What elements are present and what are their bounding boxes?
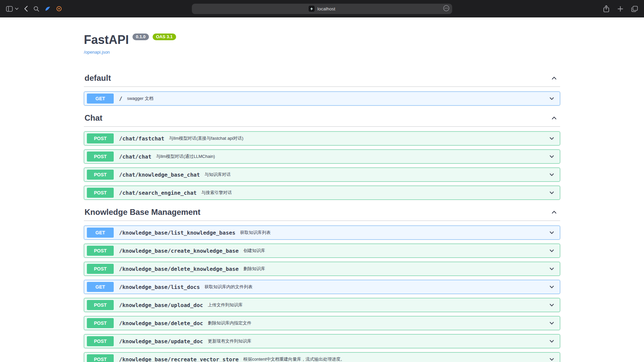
section-header[interactable]: default [84, 70, 560, 87]
endpoint-summary: swagger 文档 [127, 96, 154, 102]
method-badge: POST [87, 300, 114, 310]
expand-chevron-icon[interactable] [548, 356, 555, 362]
method-badge: POST [87, 336, 114, 346]
site-favicon-icon [309, 6, 315, 12]
endpoint-path: /chat/search_engine_chat [119, 190, 197, 196]
expand-chevron-icon[interactable] [548, 153, 555, 160]
browser-toolbar: localhost [0, 0, 644, 17]
url-text: localhost [317, 6, 335, 11]
endpoint-path: /knowledge_base/list_docs [119, 284, 200, 290]
openapi-link[interactable]: /openapi.json [84, 50, 110, 55]
endpoint-summary: 根据content中文档重建向量库，流式输出处理进度。 [243, 356, 345, 362]
method-badge: GET [87, 228, 114, 238]
endpoint-path: /knowledge_base/delete_knowledge_base [119, 266, 238, 272]
extension-icon-orange[interactable] [56, 6, 62, 11]
endpoint-row[interactable]: POST /chat/knowledge_base_chat 与知识库对话 [84, 168, 560, 182]
collapse-chevron-icon[interactable] [551, 75, 557, 81]
expand-chevron-icon[interactable] [548, 302, 555, 308]
method-badge: GET [87, 282, 114, 292]
method-badge: POST [87, 170, 114, 180]
api-section: default GET / swagger 文档 [84, 70, 560, 106]
api-section: Chat POST /chat/fastchat 与llm模型对话(直接与fas… [84, 110, 560, 200]
endpoint-summary: 与llm模型对话(通过LLMChain) [156, 154, 215, 160]
back-icon[interactable] [24, 6, 28, 12]
extension-icon-blue[interactable] [45, 6, 51, 11]
endpoint-path: /knowledge_base/create_knowledge_base [119, 248, 238, 254]
page-settings-ellipsis-icon[interactable] [443, 5, 449, 12]
section-title: Knowledge Base Management [85, 207, 200, 217]
expand-chevron-icon[interactable] [548, 95, 555, 102]
endpoint-row[interactable]: GET /knowledge_base/list_knowledge_bases… [84, 226, 560, 240]
method-badge: POST [87, 133, 114, 143]
endpoint-path: /knowledge_base/delete_doc [119, 320, 203, 326]
api-title-text: FastAPI [84, 33, 129, 47]
expand-chevron-icon[interactable] [548, 265, 555, 272]
endpoint-row[interactable]: POST /knowledge_base/create_knowledge_ba… [84, 244, 560, 258]
section-header[interactable]: Chat [84, 110, 560, 127]
expand-chevron-icon[interactable] [548, 320, 555, 326]
endpoint-summary: 与llm模型对话(直接与fastchat api对话) [169, 135, 244, 141]
endpoint-summary: 与搜索引擎对话 [201, 190, 232, 196]
tab-group-chevron-icon[interactable] [15, 8, 18, 10]
endpoint-summary: 删除知识库 [243, 266, 265, 272]
oas-badge: OAS 3.1 [153, 34, 176, 40]
method-badge: POST [87, 188, 114, 198]
sidebar-toggle-icon[interactable] [6, 6, 13, 12]
endpoint-row[interactable]: POST /chat/chat 与llm模型对话(通过LLMChain) [84, 149, 560, 164]
endpoint-summary: 删除知识库内指定文件 [208, 320, 251, 326]
section-header[interactable]: Knowledge Base Management [84, 204, 560, 221]
expand-chevron-icon[interactable] [548, 189, 555, 196]
expand-chevron-icon[interactable] [548, 284, 555, 290]
endpoint-summary: 与知识库对话 [205, 172, 231, 178]
method-badge: POST [87, 354, 114, 362]
method-badge: POST [87, 264, 114, 274]
collapse-chevron-icon[interactable] [551, 115, 557, 121]
endpoint-path: /knowledge_base/upload_doc [119, 302, 203, 308]
swagger-page: FastAPI 0.1.0 OAS 3.1 /openapi.json defa… [0, 17, 644, 362]
section-title: default [85, 73, 111, 83]
search-icon[interactable] [34, 6, 39, 12]
endpoint-row[interactable]: GET /knowledge_base/list_docs 获取知识库内的文件列… [84, 280, 560, 294]
endpoint-row[interactable]: POST /knowledge_base/recreate_vector_sto… [84, 352, 560, 362]
api-title: FastAPI 0.1.0 OAS 3.1 [84, 33, 560, 47]
endpoint-path: /knowledge_base/recreate_vector_store [119, 356, 238, 362]
endpoint-list: GET /knowledge_base/list_knowledge_bases… [84, 221, 560, 362]
version-badge: 0.1.0 [132, 34, 149, 40]
expand-chevron-icon[interactable] [548, 247, 555, 254]
method-badge: POST [87, 318, 114, 328]
endpoint-path: / [119, 96, 122, 102]
collapse-chevron-icon[interactable] [551, 209, 557, 216]
endpoint-row[interactable]: POST /knowledge_base/delete_doc 删除知识库内指定… [84, 316, 560, 330]
endpoint-row[interactable]: POST /knowledge_base/upload_doc 上传文件到知识库 [84, 298, 560, 312]
endpoint-path: /chat/fastchat [119, 135, 164, 142]
endpoint-summary: 更新现有文件到知识库 [208, 338, 251, 344]
method-badge: POST [87, 246, 114, 256]
tab-overview-icon[interactable] [631, 6, 638, 12]
endpoint-list: POST /chat/fastchat 与llm模型对话(直接与fastchat… [84, 127, 560, 200]
share-icon[interactable] [603, 5, 609, 12]
api-sections: default GET / swagger 文档 Chat POST /chat… [84, 70, 560, 362]
expand-chevron-icon[interactable] [548, 229, 555, 236]
endpoint-summary: 获取知识库内的文件列表 [205, 284, 253, 290]
endpoint-row[interactable]: POST /chat/fastchat 与llm模型对话(直接与fastchat… [84, 131, 560, 145]
endpoint-list: GET / swagger 文档 [84, 87, 560, 106]
address-bar[interactable]: localhost [192, 4, 452, 14]
endpoint-path: /chat/chat [119, 154, 151, 160]
endpoint-row[interactable]: POST /knowledge_base/delete_knowledge_ba… [84, 262, 560, 276]
method-badge: POST [87, 152, 114, 162]
endpoint-summary: 创建知识库 [243, 248, 265, 254]
endpoint-row[interactable]: GET / swagger 文档 [84, 92, 560, 106]
endpoint-summary: 上传文件到知识库 [208, 302, 243, 308]
expand-chevron-icon[interactable] [548, 171, 555, 178]
endpoint-row[interactable]: POST /chat/search_engine_chat 与搜索引擎对话 [84, 186, 560, 200]
endpoint-path: /chat/knowledge_base_chat [119, 172, 200, 178]
endpoint-summary: 获取知识库列表 [240, 230, 271, 236]
endpoint-path: /knowledge_base/update_doc [119, 338, 203, 345]
expand-chevron-icon[interactable] [548, 338, 555, 345]
new-tab-icon[interactable] [618, 6, 623, 12]
endpoint-path: /knowledge_base/list_knowledge_bases [119, 230, 235, 236]
method-badge: GET [87, 94, 114, 104]
api-section: Knowledge Base Management GET /knowledge… [84, 204, 560, 362]
endpoint-row[interactable]: POST /knowledge_base/update_doc 更新现有文件到知… [84, 334, 560, 348]
expand-chevron-icon[interactable] [548, 135, 555, 142]
